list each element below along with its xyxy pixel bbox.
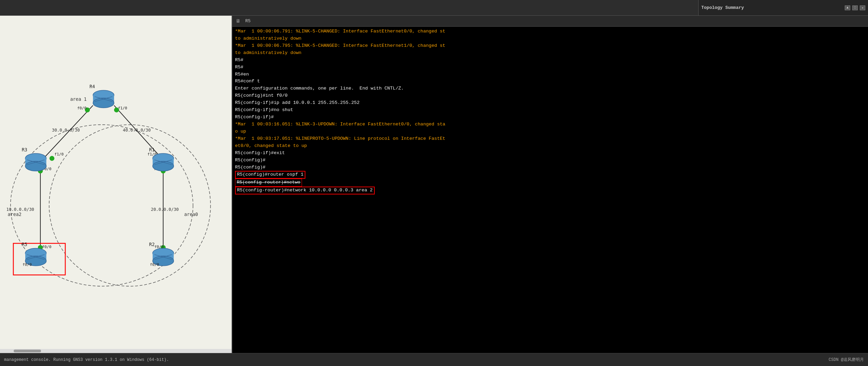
svg-point-9 [50, 156, 54, 161]
svg-text:30.0.0.0/30: 30.0.0.0/30 [52, 128, 80, 133]
term-line-boxed-ospf: R5(config)#router ospf 1 [235, 171, 865, 179]
term-line: R5(config-if)# [235, 114, 865, 121]
svg-text:R1: R1 [149, 147, 155, 152]
svg-text:40.0.0.0/30: 40.0.0.0/30 [123, 128, 151, 133]
term-line: o up [235, 128, 865, 135]
right-panels: 🖥 R5 *Mar 1 00:00:06.791: %LINK-5-CHANGE… [232, 16, 868, 353]
term-line-strikethrough: R5(config-router)#netwo [235, 179, 865, 187]
term-line: *Mar 1 00:03:17.051: %LINEPROTO-5-UPDOWN… [235, 135, 865, 143]
svg-text:f0/0: f0/0 [77, 106, 86, 110]
main-area: 30.0.0.0/30 40.0.0.0/30 10.0.0.0/30 20.0… [0, 16, 868, 353]
svg-text:R3: R3 [22, 147, 27, 152]
status-text-left: management console. Running GNS3 version… [4, 357, 169, 362]
term-line: *Mar 1 00:03:16.051: %LINK-3-UPDOWN: Int… [235, 121, 865, 128]
svg-point-32 [93, 98, 114, 108]
term-line: R5# [235, 64, 865, 71]
term-line: R5(config)# [235, 164, 865, 171]
svg-point-38 [25, 161, 46, 171]
svg-text:f0/0: f0/0 [42, 245, 51, 249]
term-line: R5#conf t [235, 78, 865, 85]
topology-summary-panel: Topology Summary ▲ □ ✕ [698, 0, 868, 15]
window-controls: ▲ □ ✕ [845, 5, 865, 10]
terminal-title: R5 [245, 18, 251, 24]
term-line: to administratively down [235, 35, 865, 42]
term-line: et0/0, changed state to up [235, 143, 865, 150]
top-bar: Topology Summary ▲ □ ✕ [0, 0, 868, 16]
svg-text:20.0.0.0/30: 20.0.0.0/30 [151, 207, 179, 212]
top-bar-left [0, 0, 698, 15]
svg-text:area0: area0 [184, 212, 198, 217]
terminal-window-r5: 🖥 R5 *Mar 1 00:00:06.791: %LINK-5-CHANGE… [232, 16, 868, 353]
status-text-right: CSDN @追风磨明月 [829, 357, 864, 363]
scrollbar-thumb[interactable] [14, 350, 41, 352]
svg-text:area 1: area 1 [70, 97, 86, 102]
svg-point-44 [153, 161, 174, 171]
term-line: *Mar 1 00:00:06.795: %LINK-5-CHANGED: In… [235, 42, 865, 50]
svg-text:R4: R4 [89, 84, 95, 89]
topology-diagram: 30.0.0.0/30 40.0.0.0/30 10.0.0.0/30 20.0… [0, 16, 232, 353]
topology-scrollbar[interactable] [0, 349, 232, 353]
svg-text:f1/0: f1/0 [54, 152, 64, 157]
term-line: R5#en [235, 71, 865, 78]
svg-text:f1/0: f1/0 [118, 106, 127, 110]
term-line: R5(config)# [235, 157, 865, 164]
term-line: R5(config-if)#no shut [235, 107, 865, 114]
term-line: R5(config-if)#ip add 10.0.0.1 255.255.25… [235, 99, 865, 107]
minimize-button[interactable]: ▲ [845, 5, 850, 10]
term-line: Enter configuration commands, one per li… [235, 85, 865, 92]
svg-text:R5: R5 [22, 242, 27, 247]
topology-panel: 30.0.0.0/30 40.0.0.0/30 10.0.0.0/30 20.0… [0, 16, 232, 353]
term-line: R5# [235, 57, 865, 64]
svg-text:area2: area2 [8, 212, 22, 217]
term-line: to administratively down [235, 50, 865, 57]
status-bar: management console. Running GNS3 version… [0, 353, 868, 366]
topology-summary-title: Topology Summary [701, 5, 744, 10]
close-button[interactable]: ✕ [860, 5, 865, 10]
svg-text:f0/0: f0/0 [150, 262, 159, 267]
svg-text:f0/0: f0/0 [23, 262, 32, 267]
terminal-body[interactable]: *Mar 1 00:00:06.791: %LINK-5-CHANGED: In… [232, 27, 868, 353]
svg-text:R2: R2 [149, 242, 155, 247]
terminal-icon: 🖥 [236, 18, 243, 24]
term-line: R5(config-if)#exit [235, 150, 865, 157]
term-line: R5(config)#int f0/0 [235, 92, 865, 99]
term-line-boxed-network: R5(config-router)#network 10.0.0.0 0.0.0… [235, 187, 865, 194]
term-line: *Mar 1 00:00:06.791: %LINK-5-CHANGED: In… [235, 28, 865, 35]
svg-text:10.0.0.0/30: 10.0.0.0/30 [6, 207, 34, 212]
terminal-header: 🖥 R5 [232, 16, 868, 27]
maximize-button[interactable]: □ [852, 5, 858, 10]
